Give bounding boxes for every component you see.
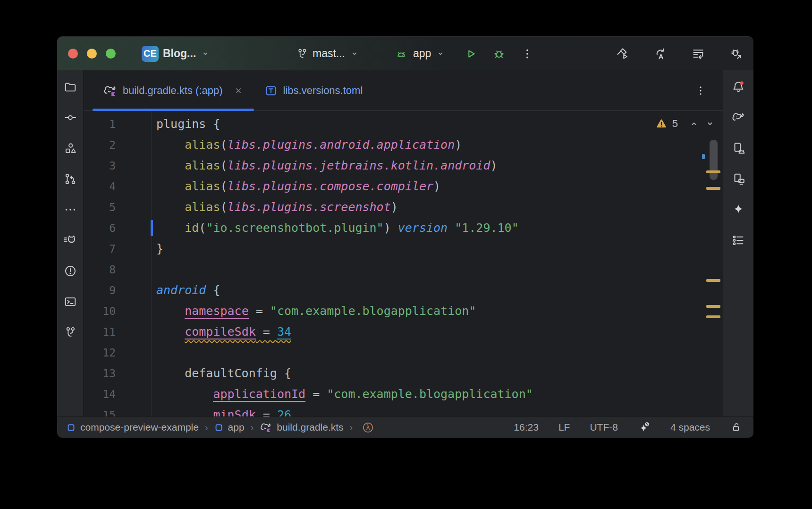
left-tool-rail — [57, 70, 84, 416]
tab-label: libs.versions.toml — [283, 85, 363, 97]
chevron-down-icon — [200, 49, 211, 59]
project-name: Blog... — [163, 47, 196, 60]
warning-stripe-mark[interactable] — [706, 305, 720, 308]
caret-position-widget[interactable]: 16:23 — [514, 422, 539, 433]
branch-widget[interactable]: mast... — [296, 47, 360, 60]
code-line[interactable]: 6 id("io.screenshotbot.plugin") version … — [84, 218, 723, 238]
more-actions-button[interactable] — [520, 47, 534, 61]
code-line[interactable]: 1plugins { — [84, 114, 723, 135]
main-area: build.gradle.kts (:app) libs.versions.to… — [57, 70, 753, 416]
branch-name: mast... — [313, 47, 345, 60]
gradle-kotlin-script-icon — [260, 421, 272, 433]
warning-stripe-mark[interactable] — [706, 170, 720, 173]
breadcrumb-file[interactable]: build.gradle.kts — [260, 421, 343, 433]
gemini-star-icon[interactable] — [728, 200, 748, 220]
error-stripe[interactable] — [702, 111, 723, 416]
code-line[interactable]: 10 namespace = "com.example.blogapplicat… — [84, 301, 723, 322]
code-line[interactable]: 5 alias(libs.plugins.screenshot) — [84, 197, 723, 218]
code-line[interactable]: 9android { — [84, 280, 723, 301]
line-number[interactable]: 4 — [84, 176, 152, 197]
run-config-widget[interactable]: app — [413, 47, 446, 60]
previous-problem-icon[interactable] — [688, 118, 700, 129]
line-number[interactable]: 9 — [84, 280, 152, 301]
gradle-kotlin-script-icon — [103, 84, 117, 98]
line-number[interactable]: 1 — [84, 114, 152, 135]
git-branch-icon — [296, 48, 308, 60]
code-line[interactable]: 14 applicationId = "com.example.blogappl… — [84, 384, 723, 405]
bullet-list-icon[interactable] — [728, 230, 748, 250]
lambda-icon[interactable]: λ — [362, 421, 374, 434]
run-config-name: app — [413, 47, 431, 60]
breadcrumb-separator: › — [251, 422, 254, 433]
caret-stripe-mark[interactable] — [702, 154, 705, 159]
running-devices-icon[interactable] — [728, 169, 748, 189]
terminal-icon[interactable] — [60, 292, 80, 312]
tab-build-gradle-kts[interactable]: build.gradle.kts (:app) — [93, 70, 254, 110]
line-number[interactable]: 2 — [84, 135, 152, 155]
code-line[interactable]: 12 — [84, 342, 723, 363]
code-line[interactable]: 3 alias(libs.plugins.jetbrains.kotlin.an… — [84, 155, 723, 176]
line-number[interactable]: 10 — [84, 301, 152, 322]
close-tab-icon[interactable] — [233, 85, 244, 96]
device-manager-icon[interactable] — [728, 138, 748, 158]
commit-graph-icon[interactable] — [60, 169, 80, 189]
window-controls — [68, 49, 116, 59]
line-number[interactable]: 3 — [84, 155, 152, 176]
scrollbar-thumb[interactable] — [710, 140, 718, 180]
close-button[interactable] — [68, 49, 78, 59]
unlocked-icon[interactable] — [730, 421, 742, 433]
line-number[interactable]: 13 — [84, 363, 152, 384]
more-tool-windows-icon[interactable] — [60, 200, 80, 220]
warning-stripe-mark[interactable] — [706, 187, 720, 190]
build-toolbar — [616, 47, 743, 61]
minimize-button[interactable] — [87, 49, 97, 59]
warning-triangle-icon — [655, 118, 668, 130]
code-line[interactable]: 7} — [84, 238, 723, 259]
shapes-icon[interactable] — [60, 138, 80, 158]
line-number[interactable]: 15 — [84, 405, 152, 416]
project-widget[interactable]: CE Blog... — [142, 46, 211, 62]
git-branch-icon[interactable] — [60, 322, 80, 342]
code-line[interactable]: 11 compileSdk = 34 — [84, 322, 723, 342]
line-number[interactable]: 6 — [84, 218, 152, 238]
line-number[interactable]: 12 — [84, 342, 152, 363]
apply-code-changes-icon[interactable] — [691, 47, 705, 61]
commit-icon[interactable] — [60, 108, 80, 127]
code-line[interactable]: 13 defaultConfig { — [84, 363, 723, 384]
apply-changes-restart-icon[interactable] — [653, 47, 668, 61]
indent-widget[interactable]: 4 spaces — [670, 422, 710, 433]
code-line[interactable]: 15 minSdk = 26 — [84, 405, 723, 416]
run-toolbar: app — [394, 47, 534, 61]
problems-icon[interactable] — [60, 261, 80, 281]
warning-stripe-mark[interactable] — [706, 279, 720, 282]
line-ending-widget[interactable]: LF — [558, 422, 570, 433]
attach-debugger-icon[interactable] — [729, 47, 743, 61]
breadcrumb-module[interactable]: app — [214, 422, 245, 433]
status-bar: compose-preview-example › app › build.gr… — [57, 416, 753, 438]
tab-libs-versions-toml[interactable]: libs.versions.toml — [254, 70, 373, 110]
build-run-icon[interactable] — [616, 47, 630, 61]
breadcrumb-project[interactable]: compose-preview-example — [67, 422, 199, 433]
line-number[interactable]: 11 — [84, 322, 152, 342]
warning-stripe-mark[interactable] — [706, 315, 720, 318]
gradle-elephant-icon[interactable] — [728, 108, 748, 127]
run-button[interactable] — [464, 47, 478, 61]
line-number[interactable]: 7 — [84, 238, 152, 259]
code-line[interactable]: 4 alias(libs.plugins.compose.compiler) — [84, 176, 723, 197]
code-line[interactable]: 8 — [84, 259, 723, 280]
zoom-button[interactable] — [106, 49, 116, 59]
speeding-cat-icon[interactable] — [60, 230, 80, 250]
code-editor[interactable]: 1plugins {2 alias(libs.plugins.android.a… — [84, 111, 723, 416]
line-number[interactable]: 14 — [84, 384, 152, 405]
gemini-disabled-icon[interactable] — [638, 421, 651, 434]
line-number[interactable]: 5 — [84, 197, 152, 218]
debug-button[interactable] — [492, 47, 506, 61]
code-lines: 1plugins {2 alias(libs.plugins.android.a… — [84, 114, 723, 416]
tab-options-icon[interactable] — [694, 70, 707, 110]
warning-count: 5 — [672, 118, 678, 130]
project-folder-icon[interactable] — [60, 77, 80, 97]
code-line[interactable]: 2 alias(libs.plugins.android.application… — [84, 135, 723, 155]
notifications-bell-icon[interactable] — [728, 77, 748, 97]
encoding-widget[interactable]: UTF-8 — [590, 422, 618, 433]
line-number[interactable]: 8 — [84, 259, 152, 280]
